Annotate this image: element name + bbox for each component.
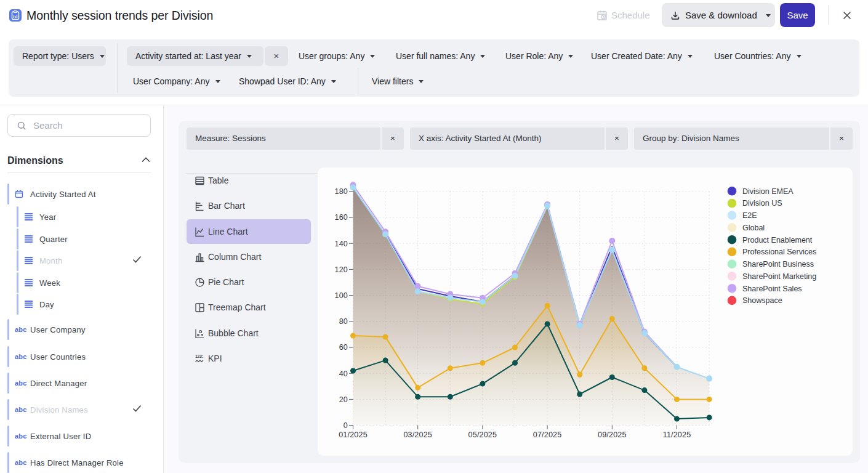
svg-text:100: 100	[335, 291, 348, 300]
svg-text:01/2025: 01/2025	[339, 431, 368, 439]
svg-text:Product Enablement: Product Enablement	[742, 236, 813, 245]
svg-text:03/2025: 03/2025	[403, 431, 432, 439]
svg-text:123:: 123:	[195, 354, 203, 358]
svg-text:Showspace: Showspace	[742, 296, 782, 305]
svg-text:E2E: E2E	[742, 211, 757, 220]
svg-text:SharePoint Sales: SharePoint Sales	[742, 285, 802, 293]
svg-text:07/2025: 07/2025	[533, 431, 562, 439]
svg-text:Division US: Division US	[742, 199, 782, 208]
svg-text:SharePoint Marketing: SharePoint Marketing	[742, 272, 816, 281]
svg-text:Global: Global	[742, 224, 765, 232]
svg-text:Professional Services: Professional Services	[742, 248, 816, 256]
svg-text:60: 60	[339, 343, 348, 352]
svg-text:180: 180	[335, 187, 348, 196]
svg-text:80: 80	[339, 317, 348, 326]
svg-text:SharePoint Business: SharePoint Business	[742, 260, 814, 269]
svg-text:0: 0	[344, 421, 348, 430]
svg-text:140: 140	[335, 240, 348, 248]
svg-text:40: 40	[339, 370, 348, 378]
svg-text:20: 20	[339, 395, 348, 404]
svg-text:11/2025: 11/2025	[663, 431, 691, 439]
svg-text:05/2025: 05/2025	[468, 431, 497, 439]
svg-text:09/2025: 09/2025	[598, 431, 627, 439]
svg-text:Division EMEA: Division EMEA	[742, 187, 794, 196]
svg-text:160: 160	[335, 213, 348, 222]
svg-text:120: 120	[335, 265, 348, 274]
